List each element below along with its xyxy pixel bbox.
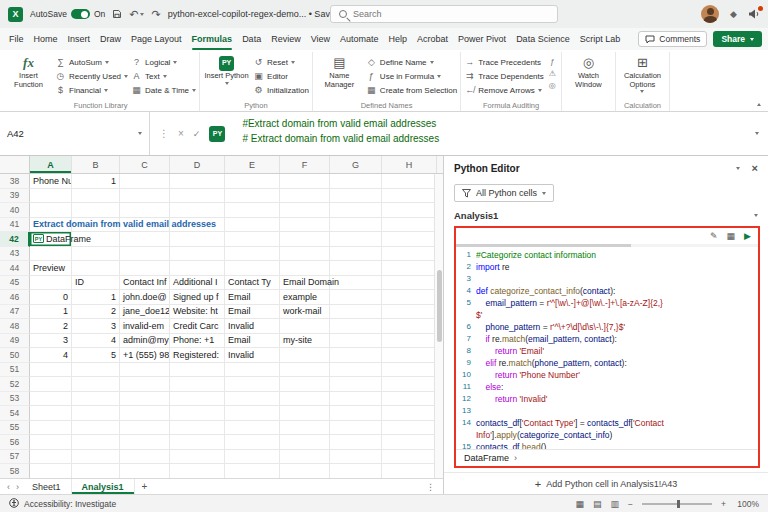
grid-cell[interactable]: Credit Carc — [170, 319, 225, 334]
column-header-c[interactable]: C — [120, 156, 170, 173]
grid-cell[interactable] — [120, 464, 170, 478]
column-header-h[interactable]: H — [382, 156, 437, 173]
grid-cell[interactable]: Preview — [30, 261, 72, 276]
grid-cell[interactable] — [330, 305, 382, 320]
row-header-43[interactable]: 43 — [0, 247, 30, 262]
edit-icon[interactable]: ✎ — [710, 231, 718, 241]
grid-cell[interactable] — [72, 377, 120, 392]
grid-cell[interactable] — [225, 406, 280, 421]
ribbon-tab-data[interactable]: Data — [237, 28, 266, 50]
chevron-down-icon[interactable] — [736, 167, 740, 170]
add-sheet-button[interactable]: + — [142, 481, 148, 492]
grid-cell[interactable] — [30, 450, 72, 465]
grid-cell[interactable] — [382, 435, 437, 450]
row-header-57[interactable]: 57 — [0, 450, 30, 465]
formula-bar-handle-icon[interactable]: ⋮ — [159, 128, 169, 139]
grid-cell[interactable] — [330, 247, 382, 262]
grid-cell[interactable] — [170, 435, 225, 450]
auditing-mini-icon-1[interactable]: ⚠ — [549, 69, 556, 78]
grid-cell[interactable] — [280, 261, 330, 276]
column-header-g[interactable]: G — [330, 156, 382, 173]
grid-cell[interactable] — [280, 450, 330, 465]
grid-cell[interactable] — [382, 189, 437, 204]
grid-cell[interactable] — [330, 334, 382, 349]
grid-cell[interactable] — [330, 450, 382, 465]
grid-cell[interactable] — [72, 247, 120, 262]
ribbon-item-editor[interactable]: ▣Editor — [253, 70, 309, 82]
ribbon-tab-home[interactable]: Home — [29, 28, 63, 50]
grid-cell[interactable] — [170, 232, 225, 247]
grid-cell[interactable] — [30, 377, 72, 392]
grid-cell[interactable] — [330, 174, 382, 189]
grid-cell[interactable]: Phone: +1 — [170, 334, 225, 349]
grid-cell[interactable] — [225, 435, 280, 450]
ribbon-tab-draw[interactable]: Draw — [95, 28, 126, 50]
row-header-45[interactable]: 45 — [0, 276, 30, 291]
grid-cell[interactable]: 3 — [30, 334, 72, 349]
table-icon[interactable]: ▦ — [727, 231, 736, 241]
auditing-mini-icon-0[interactable]: ƒ — [549, 57, 556, 66]
code-line[interactable]: 11 else: — [456, 381, 758, 393]
grid-cell[interactable] — [72, 392, 120, 407]
row-header-38[interactable]: 38 — [0, 174, 30, 189]
grid-cell[interactable] — [280, 435, 330, 450]
undo-button[interactable]: ↶ — [129, 8, 144, 21]
grid-cell[interactable] — [382, 421, 437, 436]
grid-cell[interactable] — [225, 189, 280, 204]
comments-button[interactable]: Comments — [638, 31, 707, 47]
excel-logo-icon[interactable]: X — [8, 7, 23, 22]
grid-cell[interactable] — [382, 377, 437, 392]
grid-cell[interactable]: Additional I — [170, 276, 225, 291]
search-box[interactable]: Search — [330, 5, 558, 23]
grid-cell[interactable] — [382, 276, 437, 291]
grid-cell[interactable] — [120, 203, 170, 218]
grid-cell[interactable] — [72, 189, 120, 204]
zoom-out-icon[interactable]: − — [628, 499, 633, 509]
column-header-b[interactable]: B — [72, 156, 120, 173]
grid-cell[interactable]: Email — [225, 290, 280, 305]
zoom-knob[interactable] — [677, 500, 680, 508]
row-header-47[interactable]: 47 — [0, 305, 30, 320]
zoom-level[interactable]: 100% — [735, 499, 759, 509]
grid-cell[interactable]: Registered: — [170, 348, 225, 363]
grid-cell[interactable]: Invalid — [225, 319, 280, 334]
ribbon-tab-insert[interactable]: Insert — [63, 28, 96, 50]
grid-cell[interactable] — [280, 203, 330, 218]
watch-window-button[interactable]: ◎ Watch Window — [565, 52, 612, 100]
close-icon[interactable]: × — [752, 163, 758, 173]
grid-cell[interactable] — [382, 334, 437, 349]
grid-cell[interactable] — [280, 464, 330, 478]
share-button[interactable]: Share — [713, 31, 762, 47]
output-row[interactable]: DataFrame › — [456, 449, 758, 466]
row-header-50[interactable]: 50 — [0, 348, 30, 363]
grid-cell[interactable] — [225, 464, 280, 478]
grid-cell[interactable] — [330, 189, 382, 204]
ribbon-tab-view[interactable]: View — [306, 28, 335, 50]
grid-cell[interactable] — [280, 363, 330, 378]
grid-cell[interactable] — [30, 363, 72, 378]
sheet-nav-left-icon[interactable]: ‹ — [4, 482, 13, 492]
grid-cell[interactable]: Email — [225, 305, 280, 320]
grid-cell[interactable] — [72, 406, 120, 421]
ribbon-item-use-in-formula[interactable]: ƒUse in Formula — [366, 70, 457, 82]
row-header-51[interactable]: 51 — [0, 363, 30, 378]
grid-cell[interactable]: +1 (555) 98 — [120, 348, 170, 363]
column-header-f[interactable]: F — [280, 156, 330, 173]
expand-formula-bar-icon[interactable] — [746, 112, 768, 155]
avatar[interactable] — [701, 5, 719, 23]
run-icon[interactable]: ▶ — [744, 231, 751, 241]
grid-cell[interactable]: admin@my — [120, 334, 170, 349]
ribbon-tab-automate[interactable]: Automate — [335, 28, 384, 50]
grid-cell[interactable] — [280, 392, 330, 407]
grid-cell[interactable] — [382, 348, 437, 363]
grid-cell[interactable] — [330, 363, 382, 378]
ribbon-item-define-name[interactable]: ◇Define Name — [366, 56, 457, 68]
grid-cell[interactable] — [330, 392, 382, 407]
grid-cell[interactable]: 1 — [72, 290, 120, 305]
grid-cell[interactable] — [170, 421, 225, 436]
grid-cell[interactable]: PYDataFrame — [30, 232, 72, 247]
grid-cell[interactable] — [330, 406, 382, 421]
collapse-ribbon-icon[interactable] — [757, 103, 761, 106]
select-all-corner[interactable] — [0, 156, 30, 173]
name-manager-button[interactable]: ▤ Name Manager — [316, 52, 363, 100]
